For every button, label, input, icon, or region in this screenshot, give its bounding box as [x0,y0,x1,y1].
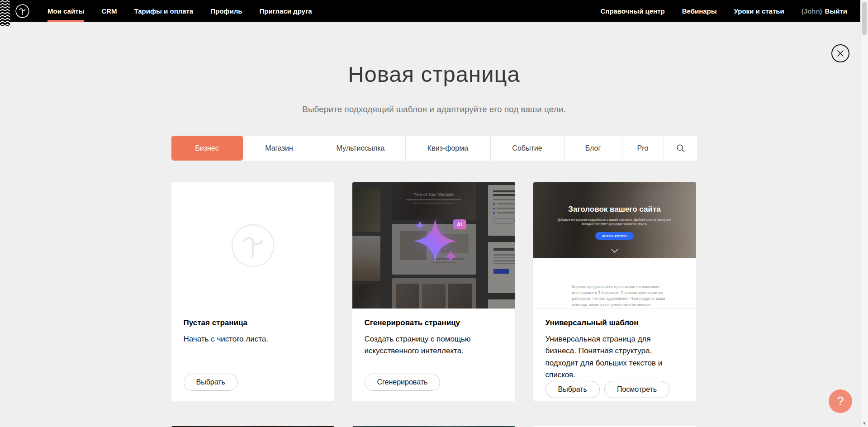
template-card-blank-page[interactable]: Пустая страница Начать с чистого листа. … [171,182,334,401]
universal-template-preview: Заголовок вашего сайта Добавьте интересн… [533,182,696,309]
view-template-button[interactable]: Посмотреть [604,381,669,398]
template-card-ai-generate[interactable]: Title of Your Website [352,182,515,401]
card-description: Начать с чистого листа. [184,333,322,345]
template-card-universal[interactable]: Заголовок вашего сайта Добавьте интересн… [533,182,696,401]
nav-item-crm[interactable]: CRM [101,0,117,22]
page-subtitle: Выберите подходящий шаблон и адаптируйте… [0,104,868,114]
user-session: (John) Выйти [802,7,847,15]
tab-pro[interactable]: Pro [622,136,664,161]
scrollbar-thumb[interactable] [862,2,867,35]
zigzag-pattern-decoration [0,0,10,26]
main-nav: Мои сайты CRM Тарифы и оплата Профиль Пр… [47,0,329,22]
card-actions: Выбрать Посмотреть [545,381,684,398]
card-body: Пустая страница Начать с чистого листа. … [171,309,334,401]
card-actions: Сгенерировать [365,374,503,391]
nav-item-webinars[interactable]: Вебинары [682,7,717,15]
search-icon [676,144,685,152]
template-cards-row: Пустая страница Начать с чистого листа. … [171,182,697,401]
nav-item-my-sites[interactable]: Мои сайты [47,0,84,22]
tab-blog[interactable]: Блог [564,136,622,161]
close-icon [837,50,844,57]
nav-item-lessons[interactable]: Уроки и статьи [734,7,784,15]
page-scrollbar[interactable]: ▼ [860,0,868,427]
card-title: Пустая страница [184,318,322,327]
secondary-nav: Справочный центр Вебинары Уроки и статьи… [583,0,847,22]
nav-item-profile[interactable]: Профиль [210,0,242,22]
nav-item-invite-friend[interactable]: Пригласи друга [259,0,312,22]
chevron-down-icon [533,247,696,255]
card-description: Создать страницу с помощью искусственног… [365,333,503,357]
tab-search[interactable] [664,136,697,161]
tab-shop[interactable]: Магазин [243,136,316,161]
tab-quiz-form[interactable]: Квиз-форма [406,136,491,161]
template-hero-caption: Добавьте интересные подробности о вашей … [558,218,672,226]
choose-blank-button[interactable]: Выбрать [184,374,238,391]
ai-generate-preview: Title of Your Website [352,182,515,309]
card-title: Универсальный шаблон [545,318,684,327]
scrollbar-down-arrow-icon[interactable]: ▼ [861,421,868,426]
card-body: Сгенерировать страницу Создать страницу … [352,309,515,401]
template-cta-button: Целевое действие [595,232,634,240]
template-hero-section: Заголовок вашего сайта Добавьте интересн… [533,182,696,258]
card-description: Универсальная страница для бизнеса. Поня… [545,333,684,381]
card-title: Сгенерировать страницу [365,318,503,327]
template-hero-title: Заголовок вашего сайта [533,205,696,214]
ai-sparkle-small-icon [445,250,457,262]
ai-sparkle-small-icon [415,220,425,231]
template-body-text: Коротко представьтесь и расскажите о ком… [572,284,666,308]
nav-item-tariffs[interactable]: Тарифы и оплата [134,0,193,22]
tilda-watermark-icon [231,224,275,267]
page-title: Новая страница [0,62,868,87]
tab-multilink[interactable]: Мультиссылка [316,136,406,161]
template-body-section: Коротко представьтесь и расскажите о ком… [533,258,696,309]
tab-event[interactable]: Событие [491,136,564,161]
user-name: (John) [802,7,822,15]
choose-template-button[interactable]: Выбрать [545,381,600,398]
ai-badge: AI [453,219,466,229]
top-navigation-bar: Мои сайты CRM Тарифы и оплата Профиль Пр… [0,0,868,22]
help-button[interactable]: ? [829,389,852,413]
tab-business[interactable]: Бизнес [171,136,243,161]
topbar-spacer [329,0,583,22]
tilda-logo[interactable] [15,0,29,22]
generate-button[interactable]: Сгенерировать [365,374,441,391]
logout-link[interactable]: Выйти [825,7,847,15]
close-button[interactable] [831,44,849,62]
nav-item-help-center[interactable]: Справочный центр [600,7,664,15]
template-category-tabs: Бизнес Магазин Мультиссылка Квиз-форма С… [171,136,697,161]
blank-page-preview [171,182,334,309]
card-actions: Выбрать [184,374,322,391]
question-mark-icon: ? [837,394,844,408]
card-body: Универсальный шаблон Универсальная стран… [533,309,696,401]
tilda-logo-icon [15,4,29,18]
